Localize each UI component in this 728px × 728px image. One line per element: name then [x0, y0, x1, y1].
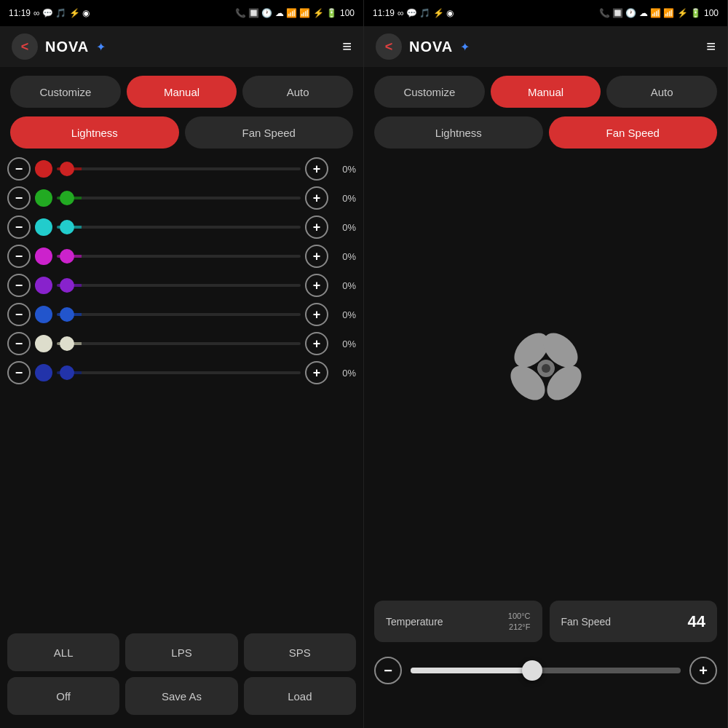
pct-label-2: 0% — [333, 193, 356, 204]
slider-track-3 — [57, 226, 301, 229]
fan-decrease-button[interactable]: − — [374, 657, 402, 684]
left-panel: 11:19 ∞ 💬 🎵 ⚡ ◉ 📞 🔲 🕐 ☁ 📶 📶 ⚡ 🔋 100 < NO… — [0, 0, 364, 728]
increase-btn-7[interactable]: + — [305, 332, 328, 355]
decrease-btn-2[interactable]: − — [7, 186, 31, 210]
sub-tab-lightness-left[interactable]: Lightness — [10, 116, 179, 149]
slider-thumb-4[interactable] — [60, 249, 74, 264]
decrease-btn-8[interactable]: − — [7, 361, 31, 384]
slider-track-container-8[interactable] — [57, 365, 301, 380]
slider-track-4 — [57, 255, 301, 258]
slider-track-7 — [57, 342, 301, 345]
slider-row-7: − + 0% — [7, 332, 356, 355]
decrease-btn-1[interactable]: − — [7, 157, 31, 181]
app-title-left: NOVA — [45, 39, 89, 55]
increase-btn-1[interactable]: + — [305, 157, 328, 181]
slider-track-2 — [57, 197, 301, 199]
sliders-section: − + 0% − + 0% − + 0% − — [0, 157, 363, 626]
fan-slider-track[interactable] — [411, 668, 681, 673]
slider-row-1: − + 0% — [7, 157, 356, 181]
color-dot-1 — [35, 160, 52, 178]
sub-tab-fanspeed-left[interactable]: Fan Speed — [185, 116, 354, 149]
slider-thumb-7[interactable] — [60, 336, 74, 351]
slider-row-2: − + 0% — [7, 186, 356, 210]
slider-thumb-2[interactable] — [60, 191, 74, 205]
tab-manual-left[interactable]: Manual — [127, 76, 237, 108]
lps-button[interactable]: LPS — [125, 633, 237, 671]
status-time-left: 11:19 ∞ 💬 🎵 ⚡ ◉ — [9, 8, 90, 18]
back-button-left[interactable]: < — [12, 33, 38, 60]
tab-manual-right[interactable]: Manual — [491, 76, 601, 108]
fan-increase-button[interactable]: + — [689, 657, 717, 684]
menu-button-right[interactable]: ≡ — [706, 37, 716, 56]
slider-row-8: − + 0% — [7, 361, 356, 384]
decrease-btn-3[interactable]: − — [7, 215, 31, 239]
slider-track-8 — [57, 371, 301, 374]
slider-track-container-3[interactable] — [57, 220, 301, 234]
temperature-card: Temperature 100°C 212°F — [374, 601, 542, 642]
tab-customize-left[interactable]: Customize — [10, 76, 121, 108]
increase-btn-8[interactable]: + — [305, 361, 328, 384]
status-time-right: 11:19 ∞ 💬 🎵 ⚡ ◉ — [373, 8, 454, 18]
load-button[interactable]: Load — [244, 677, 356, 715]
fan-slider-thumb[interactable] — [522, 660, 542, 681]
slider-thumb-3[interactable] — [60, 220, 74, 234]
temp-fahrenheit: 212°F — [508, 622, 531, 632]
off-button[interactable]: Off — [7, 677, 119, 715]
slider-thumb-1[interactable] — [60, 162, 74, 176]
app-title-right: NOVA — [409, 39, 453, 55]
slider-row-5: − + 0% — [7, 274, 356, 297]
slider-track-container-4[interactable] — [57, 249, 301, 264]
color-dot-5 — [35, 277, 52, 294]
increase-btn-5[interactable]: + — [305, 274, 328, 297]
slider-track-container-6[interactable] — [57, 307, 301, 322]
slider-track-5 — [57, 284, 301, 287]
slider-track-container-7[interactable] — [57, 336, 301, 351]
sub-tab-lightness-right[interactable]: Lightness — [374, 116, 543, 149]
header-right: < NOVA ✦ ≡ — [364, 26, 727, 67]
decrease-btn-7[interactable]: − — [7, 332, 31, 355]
status-right-right: 📞 🔲 🕐 ☁ 📶 📶 ⚡ 🔋 100 — [599, 8, 719, 18]
slider-track-container-2[interactable] — [57, 191, 301, 205]
info-row: Temperature 100°C 212°F Fan Speed 44 — [364, 601, 727, 642]
temperature-values: 100°C 212°F — [508, 611, 531, 632]
tab-customize-right[interactable]: Customize — [374, 76, 485, 108]
pct-label-3: 0% — [333, 222, 356, 233]
slider-row-3: − + 0% — [7, 215, 356, 239]
slider-track-container-5[interactable] — [57, 278, 301, 293]
increase-btn-6[interactable]: + — [305, 303, 328, 326]
menu-button-left[interactable]: ≡ — [342, 37, 352, 56]
tab-auto-left[interactable]: Auto — [242, 76, 353, 108]
svg-point-5 — [542, 364, 550, 373]
bottom-row-2: Off Save As Load — [7, 677, 356, 715]
tab-auto-right[interactable]: Auto — [606, 76, 717, 108]
sub-tab-fanspeed-right[interactable]: Fan Speed — [549, 116, 718, 149]
pct-label-5: 0% — [333, 280, 356, 291]
slider-track-1 — [57, 167, 301, 170]
fanspeed-label: Fan Speed — [561, 616, 612, 628]
pct-label-8: 0% — [333, 368, 356, 379]
bluetooth-icon-left: ✦ — [96, 40, 106, 54]
slider-row-4: − + 0% — [7, 245, 356, 268]
decrease-btn-4[interactable]: − — [7, 245, 31, 268]
slider-track-container-1[interactable] — [57, 162, 301, 176]
increase-btn-4[interactable]: + — [305, 245, 328, 268]
slider-thumb-6[interactable] — [60, 307, 74, 322]
increase-btn-3[interactable]: + — [305, 215, 328, 239]
slider-thumb-5[interactable] — [60, 278, 74, 293]
right-panel: 11:19 ∞ 💬 🎵 ⚡ ◉ 📞 🔲 🕐 ☁ 📶 📶 ⚡ 🔋 100 < NO… — [364, 0, 728, 728]
save-as-button[interactable]: Save As — [125, 677, 237, 715]
color-dot-8 — [35, 364, 52, 381]
color-dot-4 — [35, 248, 52, 265]
sps-button[interactable]: SPS — [244, 633, 356, 671]
decrease-btn-5[interactable]: − — [7, 274, 31, 297]
status-right-left: 📞 🔲 🕐 ☁ 📶 📶 ⚡ 🔋 100 — [235, 8, 355, 18]
time-left: 11:19 — [9, 8, 31, 18]
all-button[interactable]: ALL — [7, 633, 119, 671]
bluetooth-icon-right: ✦ — [460, 40, 470, 54]
sub-tabs-left: Lightness Fan Speed — [0, 116, 363, 157]
slider-thumb-8[interactable] — [60, 365, 74, 380]
increase-btn-2[interactable]: + — [305, 186, 328, 210]
fanspeed-card: Fan Speed 44 — [550, 601, 718, 642]
decrease-btn-6[interactable]: − — [7, 303, 31, 326]
back-button-right[interactable]: < — [376, 33, 402, 60]
